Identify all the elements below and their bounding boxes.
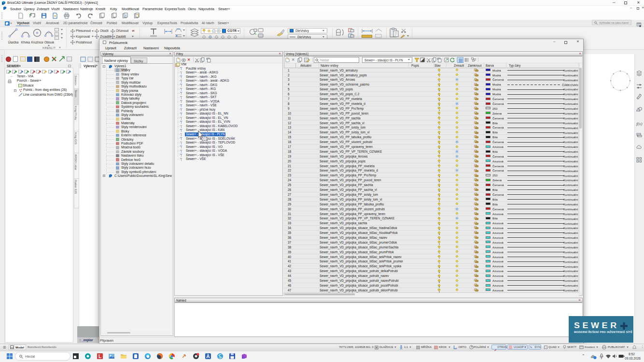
svg-text:f(x): f(x) [636,121,643,126]
svg-text:L: L [98,354,101,359]
